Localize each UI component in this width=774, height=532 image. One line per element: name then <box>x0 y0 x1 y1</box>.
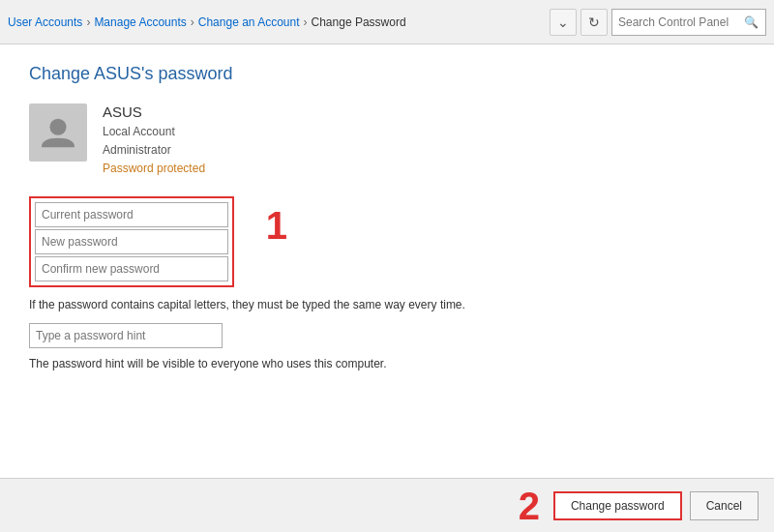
breadcrumb-user-accounts[interactable]: User Accounts <box>8 15 82 29</box>
breadcrumb-sep-2: › <box>191 15 194 29</box>
nav-controls: ⌄ ↻ 🔍 <box>550 9 766 36</box>
user-info: ASUS Local Account Administrator Passwor… <box>103 103 205 177</box>
password-fields-container <box>29 196 234 287</box>
search-box[interactable]: 🔍 <box>611 9 766 36</box>
search-input[interactable] <box>618 15 744 29</box>
avatar <box>29 103 87 162</box>
capital-letters-note: If the password contains capital letters… <box>29 297 513 313</box>
breadcrumb-change-account[interactable]: Change an Account <box>198 15 300 29</box>
user-section: ASUS Local Account Administrator Passwor… <box>29 103 745 177</box>
user-detail-role: Administrator <box>103 141 205 159</box>
navigation-bar: User Accounts › Manage Accounts › Change… <box>0 0 774 44</box>
main-content: Change ASUS's password ASUS Local Accoun… <box>0 44 774 392</box>
confirm-password-input[interactable] <box>35 256 228 281</box>
breadcrumb: User Accounts › Manage Accounts › Change… <box>8 15 550 29</box>
breadcrumb-manage-accounts[interactable]: Manage Accounts <box>94 15 186 29</box>
search-icon: 🔍 <box>744 15 759 29</box>
change-password-button[interactable]: Change password <box>553 491 682 520</box>
user-detail-protected: Password protected <box>103 160 205 177</box>
user-detail-account: Local Account <box>103 123 205 140</box>
breadcrumb-sep-3: › <box>304 15 308 29</box>
page-title: Change ASUS's password <box>29 64 745 84</box>
annotation-2: 2 <box>519 487 540 525</box>
refresh-button[interactable]: ↻ <box>580 9 608 36</box>
cancel-button[interactable]: Cancel <box>690 491 759 520</box>
current-password-input[interactable] <box>35 202 228 227</box>
breadcrumb-current: Change Password <box>312 15 406 29</box>
password-fields-wrapper: 1 <box>29 196 234 297</box>
action-bar: 2 Change password Cancel <box>0 478 774 532</box>
svg-point-0 <box>49 119 66 135</box>
annotation-1: 1 <box>266 206 287 245</box>
form-section: 1 If the password contains capital lette… <box>29 196 745 372</box>
new-password-input[interactable] <box>35 229 228 254</box>
hint-note: The password hint will be visible to eve… <box>29 356 513 372</box>
dropdown-button[interactable]: ⌄ <box>550 9 577 36</box>
breadcrumb-sep-1: › <box>86 15 90 29</box>
user-avatar-icon <box>40 114 76 151</box>
user-name: ASUS <box>103 103 205 120</box>
password-hint-input[interactable] <box>29 323 223 348</box>
